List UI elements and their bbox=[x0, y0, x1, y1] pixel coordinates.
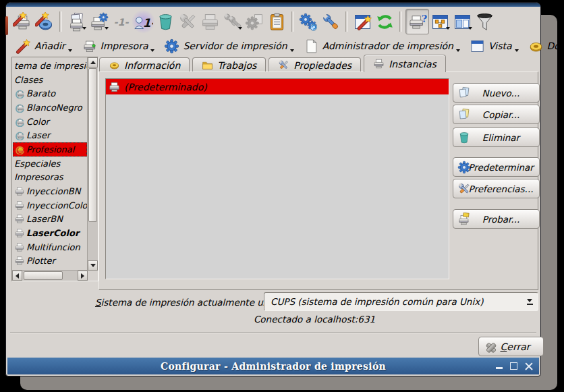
printer-class-icon bbox=[14, 117, 25, 127]
minimize-button[interactable] bbox=[496, 367, 503, 369]
tree-item-classes[interactable]: Clases bbox=[13, 73, 87, 87]
printer-tree: tema de impresión Clases Barato BlancoNe… bbox=[13, 59, 87, 270]
printer-docs-button-disabled bbox=[244, 9, 266, 34]
printer-question-icon bbox=[407, 12, 427, 32]
menu-label: Documentación bbox=[547, 40, 564, 51]
toolbar-separator bbox=[291, 11, 294, 32]
new-document-icon bbox=[457, 86, 471, 100]
close-window-button[interactable] bbox=[525, 362, 533, 370]
printer-tree-panel: tema de impresión Clases Barato BlancoNe… bbox=[11, 57, 98, 281]
gear-documents-icon bbox=[245, 12, 264, 32]
tools-icon bbox=[178, 12, 198, 32]
printer-class-icon bbox=[14, 88, 25, 99]
add-printer-class-button[interactable] bbox=[34, 9, 56, 34]
printer-icon bbox=[14, 256, 25, 266]
server-tools-button[interactable] bbox=[320, 9, 342, 34]
main-toolbar bbox=[11, 8, 536, 35]
tree-item-blanconegro[interactable]: BlancoNegro bbox=[13, 101, 87, 115]
instances-list[interactable]: (Predeterminado) bbox=[105, 78, 449, 279]
printer-configuration-button[interactable] bbox=[88, 9, 110, 34]
horizontal-scroll-thumb[interactable] bbox=[24, 271, 63, 280]
tools-icon bbox=[457, 182, 471, 196]
set-local-default-button[interactable] bbox=[132, 9, 154, 34]
maximize-button[interactable] bbox=[510, 362, 517, 370]
new-instance-button[interactable]: Nuevo... bbox=[453, 83, 540, 103]
tree-item-print-system[interactable]: tema de impresión bbox=[13, 59, 87, 73]
tree-item-profesional-selected[interactable]: Profesional bbox=[13, 142, 87, 157]
add-printer-icon bbox=[13, 12, 32, 32]
tree-item-laser[interactable]: Laser bbox=[13, 128, 87, 142]
tree-item-impresoras[interactable]: Impresoras bbox=[13, 171, 87, 185]
dropdown-caret-icon bbox=[82, 27, 86, 32]
tab-instancias-active[interactable]: Instancias bbox=[364, 55, 446, 72]
tab-propiedades[interactable]: Propiedades bbox=[269, 57, 361, 72]
printer-info-toggle-button[interactable] bbox=[405, 9, 429, 34]
scroll-left-button[interactable] bbox=[12, 271, 22, 281]
print-system-combobox[interactable]: CUPS (sistema de impresión común para Un… bbox=[264, 292, 538, 311]
tree-item-plotter[interactable]: Plotter bbox=[13, 254, 87, 269]
tab-trabajos[interactable]: Trabajos bbox=[192, 57, 266, 72]
scroll-down-button[interactable] bbox=[88, 260, 98, 271]
delete-instance-button[interactable]: Eliminar bbox=[453, 128, 540, 147]
tree-item-inyeccionbn[interactable]: InyeccionBN bbox=[13, 184, 87, 198]
tree-item-inyeccioncolor[interactable]: InyeccionColor bbox=[13, 198, 87, 213]
gear-icon bbox=[457, 161, 471, 174]
scroll-right-button[interactable] bbox=[78, 271, 88, 281]
window-titlebar[interactable]: Configurar - Administrador de impresión bbox=[7, 358, 539, 374]
printer-tools-button-disabled bbox=[221, 9, 244, 34]
menu-view[interactable]: Vista bbox=[470, 38, 519, 54]
copy-instance-button[interactable]: Copiar... bbox=[453, 105, 540, 124]
remove-local-default-button bbox=[110, 9, 132, 34]
set-default-button[interactable]: Predeterminar bbox=[453, 157, 540, 177]
tree-item-laserbn[interactable]: LaserBN bbox=[13, 213, 87, 227]
menu-toolbar: Añadir Impresora Servidor de impresión A… bbox=[16, 36, 536, 55]
tree-horizontal-scrollbar[interactable] bbox=[12, 270, 88, 281]
remove-printer-button[interactable] bbox=[154, 9, 177, 34]
view-print-queue-button[interactable] bbox=[266, 9, 288, 34]
window-controls bbox=[496, 358, 533, 374]
combobox-dropdown[interactable] bbox=[521, 293, 538, 310]
test-print-button[interactable]: Probar... bbox=[453, 209, 540, 229]
configure-server-button[interactable] bbox=[298, 9, 320, 34]
user-default-icon bbox=[134, 12, 153, 32]
orientation-wizard-button[interactable] bbox=[351, 9, 374, 34]
add-printer-wizard-button[interactable] bbox=[11, 9, 34, 34]
dropdown-caret-icon bbox=[515, 49, 519, 54]
tree-item-color[interactable]: Color bbox=[13, 115, 87, 129]
window-top-edge bbox=[6, 3, 540, 7]
close-dialog-button[interactable]: Cerrar bbox=[478, 337, 544, 356]
menu-label: Añadir bbox=[34, 40, 65, 51]
tree-item-especiales[interactable]: Especiales bbox=[13, 157, 87, 171]
vertical-scroll-thumb[interactable] bbox=[88, 68, 97, 222]
menu-print-server[interactable]: Servidor de impresión bbox=[164, 38, 293, 54]
menu-print-manager[interactable]: Administrador de impresión bbox=[304, 38, 460, 54]
printer-class-icon bbox=[14, 144, 25, 155]
configure-printer-button-disabled bbox=[177, 9, 199, 34]
menu-documentation[interactable]: Documentación bbox=[528, 38, 564, 54]
menu-add[interactable]: Añadir bbox=[16, 38, 72, 54]
view-columns-button[interactable] bbox=[451, 9, 474, 34]
printer-icon bbox=[200, 12, 220, 32]
clipboard-icon bbox=[267, 12, 287, 32]
filter-button[interactable] bbox=[474, 9, 496, 34]
tab-informacion[interactable]: Información bbox=[99, 57, 190, 72]
tree-item-lasercolor-default[interactable]: LaserColor bbox=[13, 226, 87, 240]
preferences-button[interactable]: Preferencias... bbox=[453, 179, 540, 198]
tools-icon bbox=[278, 59, 289, 71]
dropdown-caret-icon bbox=[468, 27, 472, 32]
scroll-up-button[interactable] bbox=[88, 57, 98, 67]
print-pages-button[interactable] bbox=[65, 9, 88, 34]
chevron-underline bbox=[527, 304, 533, 305]
arrow-right-icon bbox=[81, 273, 87, 279]
menu-printer[interactable]: Impresora bbox=[82, 38, 155, 54]
instances-panel: (Predeterminado) Nuevo... Copiar... Elim… bbox=[98, 72, 538, 290]
window-wand-icon bbox=[353, 12, 372, 32]
tree-item-multifuncion[interactable]: Multifuncion bbox=[13, 240, 87, 254]
tree-vertical-scrollbar[interactable] bbox=[87, 57, 98, 271]
view-tree-button[interactable] bbox=[429, 9, 451, 34]
refresh-button[interactable] bbox=[374, 9, 396, 34]
gears-icon bbox=[299, 12, 318, 32]
tree-item-barato[interactable]: Barato bbox=[13, 86, 87, 101]
folder-icon bbox=[202, 59, 213, 71]
instance-row-selected[interactable]: (Predeterminado) bbox=[106, 79, 449, 94]
